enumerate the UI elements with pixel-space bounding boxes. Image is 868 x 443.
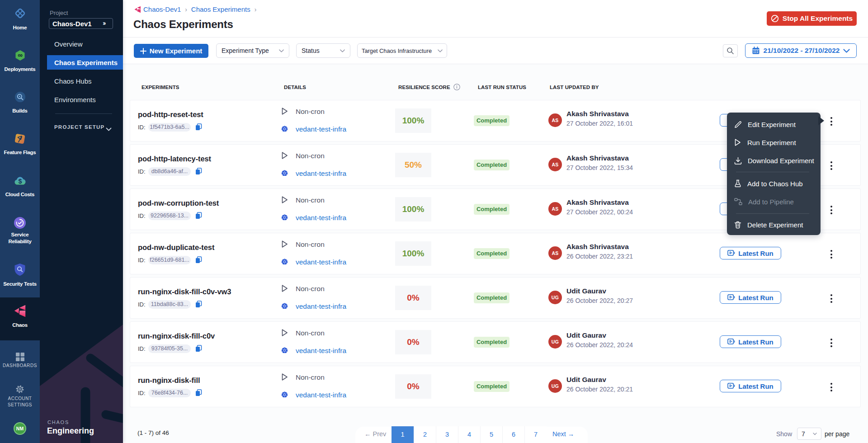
svg-text:∞: ∞ — [18, 51, 23, 59]
svg-text:$: $ — [18, 178, 22, 185]
